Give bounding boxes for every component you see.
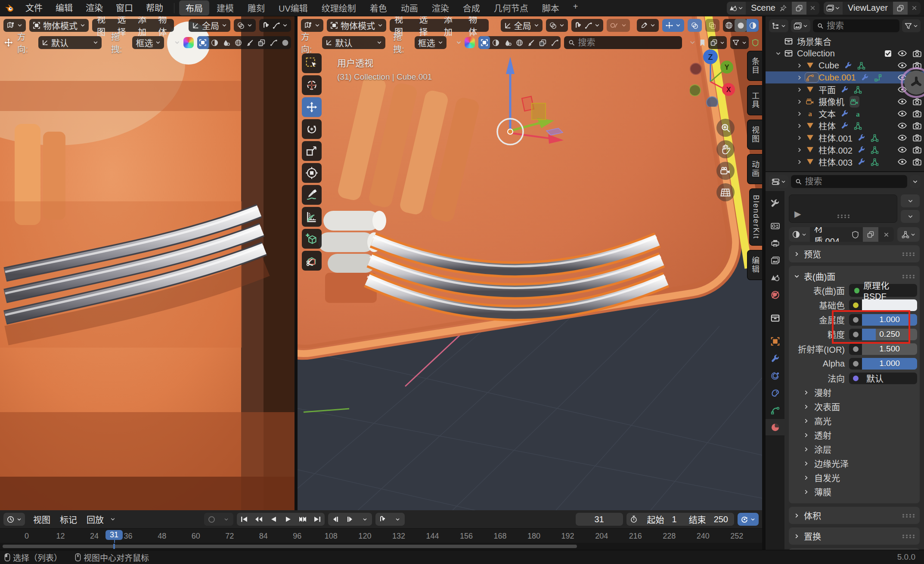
outliner-row[interactable]: 文本 xyxy=(766,108,924,120)
expand-triangle-icon[interactable]: ▶ xyxy=(794,209,801,219)
surface-subsection[interactable]: 薄膜 xyxy=(792,485,916,499)
blender-logo-icon[interactable] xyxy=(0,3,19,13)
stopwatch-icon[interactable] xyxy=(626,513,641,526)
material-slot-list[interactable]: ▶ xyxy=(789,194,897,223)
disable-render-icon[interactable] xyxy=(913,158,921,166)
properties-editor-type-button[interactable] xyxy=(769,175,788,188)
outliner-item-label[interactable]: 柱体.001 xyxy=(819,132,853,144)
viewport-tool-button[interactable] xyxy=(302,75,322,95)
metallic-slider[interactable]: 1.000 xyxy=(862,314,917,326)
drag-selector[interactable]: 框选 xyxy=(415,36,446,49)
falloff-icon[interactable] xyxy=(549,36,561,49)
ior-slider[interactable]: 1.500 xyxy=(862,343,917,355)
hide-eye-icon[interactable] xyxy=(898,111,907,117)
hide-eye-icon[interactable] xyxy=(898,147,907,153)
slot-specials-button[interactable] xyxy=(901,210,920,223)
properties-tab[interactable] xyxy=(766,218,784,234)
viewport-tool-button[interactable] xyxy=(302,207,322,227)
properties-tab[interactable] xyxy=(766,402,784,418)
play-button[interactable] xyxy=(281,513,295,526)
autokey-options-button[interactable] xyxy=(738,513,759,526)
proportional-edit-toggle[interactable] xyxy=(607,19,630,32)
tweak-select-icon[interactable] xyxy=(197,36,209,49)
roughness-socket[interactable] xyxy=(849,329,862,340)
new-material-button[interactable] xyxy=(863,227,878,242)
viewport-search-input[interactable] xyxy=(578,38,678,48)
properties-options-button[interactable] xyxy=(910,175,921,188)
metallic-socket[interactable] xyxy=(849,314,862,326)
outliner-row[interactable]: 柱体.003 xyxy=(766,156,924,168)
globe-icon[interactable] xyxy=(233,36,244,49)
jump-to-start-button[interactable] xyxy=(237,513,251,526)
viewport-search[interactable] xyxy=(564,36,682,49)
surface-subsection[interactable]: 自发光 xyxy=(792,471,916,485)
halfsphere-icon[interactable] xyxy=(490,36,502,49)
workspace-tab[interactable]: 合成 xyxy=(456,0,487,15)
properties-tab[interactable] xyxy=(766,350,784,367)
outliner-row[interactable]: Cube xyxy=(766,59,924,71)
chevron-down-icon[interactable] xyxy=(219,513,233,526)
expand-chevron-icon[interactable] xyxy=(794,135,805,141)
outliner-item-label[interactable]: 文本 xyxy=(819,108,836,120)
material-shading-icon[interactable] xyxy=(747,19,759,32)
pivot-selector[interactable] xyxy=(546,19,568,32)
expand-chevron-icon[interactable] xyxy=(794,63,805,68)
new-scene-button[interactable] xyxy=(792,2,806,15)
snap-selector[interactable] xyxy=(259,19,291,32)
base-color-socket[interactable] xyxy=(849,299,862,311)
transform-gizmo[interactable] xyxy=(478,51,590,197)
hide-eye-icon[interactable] xyxy=(898,135,907,141)
app-menu-item[interactable]: 编辑 xyxy=(49,0,79,16)
workspace-tab[interactable]: 动画 xyxy=(394,0,425,15)
current-frame-field[interactable]: 31 xyxy=(576,513,623,526)
properties-tab[interactable] xyxy=(766,333,784,349)
timeline-menu-item[interactable]: 视图 xyxy=(28,513,55,526)
alpha-slider[interactable]: 1.000 xyxy=(862,358,917,370)
disable-render-icon[interactable] xyxy=(913,134,921,142)
properties-tab[interactable] xyxy=(766,194,784,211)
pin-icon[interactable] xyxy=(780,5,787,12)
outliner-display-mode-button[interactable] xyxy=(791,19,810,32)
properties-tab[interactable] xyxy=(766,235,784,251)
material-name[interactable]: 材质.004 xyxy=(810,227,847,242)
magnet-icon[interactable] xyxy=(375,513,390,526)
workspace-tab[interactable]: 建模 xyxy=(210,0,240,15)
layers-icon[interactable] xyxy=(537,36,549,49)
shield-badge-icon[interactable] xyxy=(752,39,759,46)
base-color-swatch[interactable] xyxy=(862,299,917,311)
drag-selector[interactable]: 框选 xyxy=(132,36,164,49)
workspace-tab[interactable]: 渲染 xyxy=(425,0,456,15)
gradient-sphere-icon[interactable] xyxy=(183,37,194,48)
viewport-tool-button[interactable] xyxy=(302,141,322,161)
outliner-item-label[interactable]: 柱体.002 xyxy=(819,144,853,156)
workspace-tab[interactable]: 布局 xyxy=(179,0,209,15)
timeline-editor-type-button[interactable] xyxy=(3,513,25,526)
workspace-tab[interactable]: + xyxy=(567,0,585,15)
properties-tab[interactable] xyxy=(766,212,784,217)
outliner-row[interactable]: 平面 xyxy=(766,83,924,96)
sidebar-tab[interactable]: 视图 xyxy=(747,120,762,150)
alpha-socket[interactable] xyxy=(849,358,862,370)
preview-panel[interactable]: 预览 xyxy=(789,245,920,262)
outliner-editor-type-button[interactable] xyxy=(769,19,788,32)
checkbox-icon[interactable] xyxy=(884,50,892,57)
sidebar-tab[interactable]: 条目 xyxy=(747,51,762,81)
workspace-tab[interactable]: 几何节点 xyxy=(487,0,535,15)
surface-subsection[interactable]: 高光 xyxy=(792,414,916,428)
direction-selector[interactable]: 默认 xyxy=(38,36,102,49)
properties-tab[interactable] xyxy=(766,287,784,303)
viewport-tool-button[interactable] xyxy=(302,163,322,183)
chevron-down-icon[interactable] xyxy=(357,513,372,526)
gradient-sphere-icon[interactable] xyxy=(465,37,475,48)
brush-icon[interactable] xyxy=(525,36,537,49)
outliner-item-label[interactable]: Cube xyxy=(819,61,839,71)
orientation-selector[interactable]: 全局 xyxy=(189,19,230,32)
remove-viewlayer-button[interactable] xyxy=(908,2,921,15)
halfsphere-icon[interactable] xyxy=(209,36,220,49)
xray-toggle[interactable] xyxy=(705,19,719,32)
chevron-down-icon[interactable] xyxy=(390,513,405,526)
outliner-item-label[interactable]: Collection xyxy=(797,49,835,59)
circle-icon[interactable] xyxy=(279,36,291,49)
frame-forward-button[interactable] xyxy=(343,513,357,526)
nodetree-button[interactable] xyxy=(897,227,920,242)
